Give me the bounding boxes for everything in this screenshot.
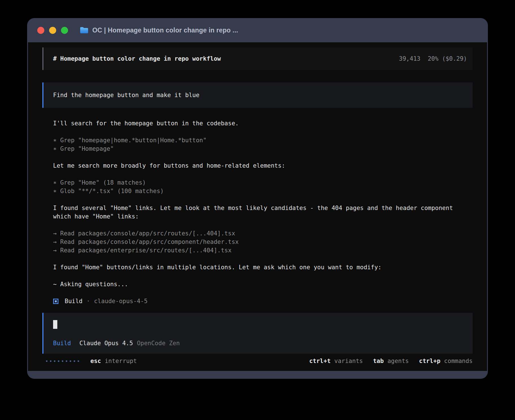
user-message-text: Find the homepage button and make it blu…: [53, 92, 199, 99]
assistant-text: Let me search more broadly for buttons a…: [53, 161, 473, 170]
agent-model: claude-opus-4-5: [94, 297, 148, 305]
status-bar: esc interrupt ctrl+t variants tab agents…: [42, 357, 473, 365]
model-name[interactable]: Claude Opus 4.5: [79, 339, 133, 347]
title-bar: OC | Homepage button color change in rep…: [27, 18, 488, 42]
text-cursor: [53, 320, 57, 329]
status-left: esc interrupt: [46, 357, 137, 365]
user-message: Find the homepage button and make it blu…: [42, 82, 473, 108]
traffic-lights: [37, 27, 68, 34]
tool-call-read: → Read packages/console/app/src/routes/[…: [53, 229, 473, 238]
tool-call-read: → Read packages/console/app/src/componen…: [53, 238, 473, 246]
status-right: ctrl+t variants tab agents ctrl+p comman…: [309, 357, 473, 365]
esc-key-label: interrupt: [105, 357, 137, 365]
shortcut-key: ctrl+t: [309, 357, 331, 365]
working-spinner-dots: [46, 360, 79, 362]
window-title: OC | Homepage button color change in rep…: [92, 27, 238, 34]
input-footer: Build Claude Opus 4.5 OpenCode Zen: [53, 339, 463, 347]
session-stats: 39,413 20% ($0.29): [399, 54, 467, 63]
close-button[interactable]: [37, 27, 44, 34]
esc-key-hint: esc: [90, 357, 101, 365]
context-usage: 20% ($0.29): [428, 54, 467, 63]
assistant-text: I found several "Home" links. Let me loo…: [53, 204, 473, 221]
tool-call-grep: ∗ Grep "Home" (18 matches): [53, 178, 473, 187]
provider-name: OpenCode Zen: [137, 339, 180, 347]
status-asking-questions: ~ Asking questions...: [53, 280, 473, 288]
tool-call-glob: ∗ Glob "**/*.tsx" (100 matches): [53, 187, 473, 195]
zoom-button[interactable]: [61, 27, 68, 34]
shortcut-agents: tab agents: [373, 357, 409, 365]
mode-badge[interactable]: Build: [53, 339, 71, 347]
shortcut-key: ctrl+p: [419, 357, 440, 365]
assistant-transcript: I'll search for the homepage button in t…: [42, 119, 473, 305]
window-title-group: OC | Homepage button color change in rep…: [80, 27, 238, 34]
shortcut-key: tab: [373, 357, 384, 365]
shortcut-variants: ctrl+t variants: [309, 357, 363, 365]
tool-call-grep: ∗ Grep "Homepage": [53, 145, 473, 153]
tool-call-read: → Read packages/enterprise/src/routes/[.…: [53, 246, 473, 255]
assistant-text: I found "Home" buttons/links in multiple…: [53, 263, 473, 272]
agent-build-icon: [53, 299, 58, 304]
shortcut-commands: ctrl+p commands: [419, 357, 473, 365]
agent-name: Build: [65, 297, 82, 305]
session-header: # Homepage button color change in repo w…: [42, 47, 473, 70]
terminal-content: # Homepage button color change in repo w…: [28, 42, 487, 371]
prompt-input[interactable]: Build Claude Opus 4.5 OpenCode Zen: [42, 313, 473, 354]
agent-line: Build · claude-opus-4-5: [53, 297, 473, 305]
minimize-button[interactable]: [49, 27, 56, 34]
folder-icon: [80, 27, 88, 34]
terminal-window: OC | Homepage button color change in rep…: [27, 18, 488, 379]
shortcut-label: variants: [334, 357, 363, 365]
shortcut-label: commands: [444, 357, 473, 365]
assistant-text: I'll search for the homepage button in t…: [53, 119, 473, 128]
session-title: # Homepage button color change in repo w…: [53, 54, 221, 63]
token-count: 39,413: [399, 54, 420, 63]
agent-separator: ·: [86, 297, 90, 305]
tool-call-grep: ∗ Grep "homepage|home.*button|Home.*butt…: [53, 136, 473, 145]
shortcut-label: agents: [387, 357, 409, 365]
